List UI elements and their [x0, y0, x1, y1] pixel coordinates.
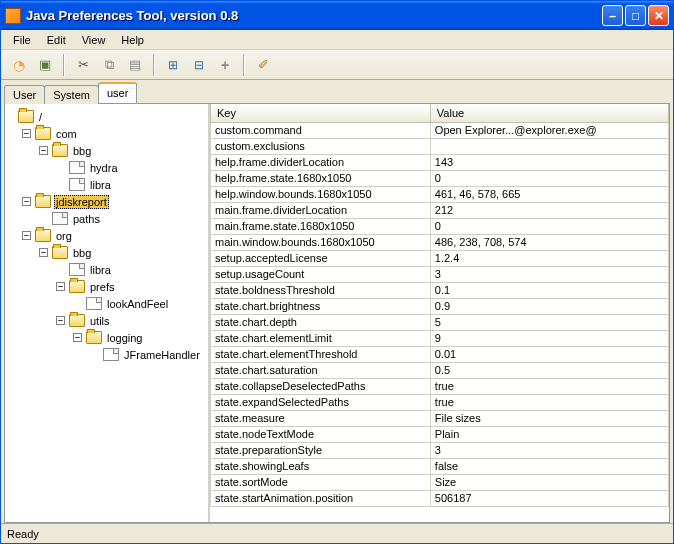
copy-button[interactable]: ⧉	[97, 53, 121, 77]
cell-value[interactable]: File sizes	[430, 410, 668, 426]
cell-value[interactable]: 506187	[430, 490, 668, 506]
save-button[interactable]: ▣	[33, 53, 57, 77]
tab-user-lower[interactable]: user	[98, 82, 137, 103]
cell-key[interactable]: main.frame.state.1680x1050	[211, 218, 431, 234]
table-row[interactable]: state.collapseDeselectedPathstrue	[211, 378, 669, 394]
table-row[interactable]: help.window.bounds.1680x1050461, 46, 578…	[211, 186, 669, 202]
cell-value[interactable]: 3	[430, 442, 668, 458]
cell-key[interactable]: state.collapseDeselectedPaths	[211, 378, 431, 394]
minimize-button[interactable]: –	[602, 5, 623, 26]
table-row[interactable]: state.chart.saturation0.5	[211, 362, 669, 378]
tree-node-lookandfeel[interactable]: lookAndFeel	[73, 295, 208, 312]
cell-value[interactable]: Open Explorer...@explorer.exe@	[430, 122, 668, 138]
col-header-key[interactable]: Key	[211, 104, 431, 122]
wand-button[interactable]: ✐	[251, 53, 275, 77]
cell-key[interactable]: state.sortMode	[211, 474, 431, 490]
maximize-button[interactable]: □	[625, 5, 646, 26]
collapse-toggle[interactable]: −	[39, 248, 48, 257]
cell-value[interactable]: Size	[430, 474, 668, 490]
collapse-toggle[interactable]: −	[22, 129, 31, 138]
cell-key[interactable]: state.chart.elementLimit	[211, 330, 431, 346]
table-row[interactable]: custom.exclusions	[211, 138, 669, 154]
cell-key[interactable]: state.preparationStyle	[211, 442, 431, 458]
table-row[interactable]: state.chart.elementThreshold0.01	[211, 346, 669, 362]
titlebar[interactable]: Java Preferences Tool, version 0.8 – □ ✕	[1, 1, 673, 30]
tree-node-org[interactable]: −org	[22, 227, 208, 244]
cell-key[interactable]: custom.exclusions	[211, 138, 431, 154]
collapse-toggle[interactable]: −	[22, 197, 31, 206]
collapse-toggle[interactable]: −	[56, 282, 65, 291]
table-row[interactable]: state.sortModeSize	[211, 474, 669, 490]
cell-key[interactable]: setup.usageCount	[211, 266, 431, 282]
cell-value[interactable]: 461, 46, 578, 665	[430, 186, 668, 202]
cell-key[interactable]: main.frame.dividerLocation	[211, 202, 431, 218]
cell-key[interactable]: setup.acceptedLicense	[211, 250, 431, 266]
expand-button[interactable]: ⊞	[161, 53, 185, 77]
cell-value[interactable]: 0.5	[430, 362, 668, 378]
cell-key[interactable]: custom.command	[211, 122, 431, 138]
new-button[interactable]: ◔	[7, 53, 31, 77]
cell-key[interactable]: main.window.bounds.1680x1050	[211, 234, 431, 250]
cell-key[interactable]: state.expandSelectedPaths	[211, 394, 431, 410]
table-row[interactable]: help.frame.dividerLocation143	[211, 154, 669, 170]
cell-key[interactable]: state.chart.brightness	[211, 298, 431, 314]
paste-button[interactable]: ▤	[123, 53, 147, 77]
cell-key[interactable]: state.startAnimation.position	[211, 490, 431, 506]
cell-value[interactable]: false	[430, 458, 668, 474]
table-row[interactable]: setup.usageCount3	[211, 266, 669, 282]
tree-node-paths[interactable]: paths	[39, 210, 208, 227]
cell-value[interactable]: 0.1	[430, 282, 668, 298]
collapse-button[interactable]: ⊟	[187, 53, 211, 77]
cell-key[interactable]: help.window.bounds.1680x1050	[211, 186, 431, 202]
tree-node-hydra[interactable]: hydra	[56, 159, 208, 176]
tree-node-root[interactable]: /	[5, 108, 208, 125]
collapse-toggle[interactable]: −	[56, 316, 65, 325]
tree-node-org-bbg[interactable]: −bbg	[39, 244, 208, 261]
tree-node-libra[interactable]: libra	[56, 176, 208, 193]
table-row[interactable]: state.chart.brightness0.9	[211, 298, 669, 314]
tree-node-prefs[interactable]: −prefs	[56, 278, 208, 295]
cell-value[interactable]: 0.9	[430, 298, 668, 314]
cell-key[interactable]: help.frame.dividerLocation	[211, 154, 431, 170]
cell-value[interactable]: 212	[430, 202, 668, 218]
cell-key[interactable]: state.showingLeafs	[211, 458, 431, 474]
table-row[interactable]: state.chart.elementLimit9	[211, 330, 669, 346]
cell-value[interactable]: true	[430, 378, 668, 394]
collapse-toggle[interactable]: −	[73, 333, 82, 342]
cell-value[interactable]: 1.2.4	[430, 250, 668, 266]
menu-help[interactable]: Help	[113, 32, 152, 48]
table-row[interactable]: state.measureFile sizes	[211, 410, 669, 426]
table-row[interactable]: main.frame.dividerLocation212	[211, 202, 669, 218]
tab-system[interactable]: System	[44, 85, 99, 104]
cell-value[interactable]: 143	[430, 154, 668, 170]
cell-key[interactable]: state.chart.depth	[211, 314, 431, 330]
table-row[interactable]: setup.acceptedLicense1.2.4	[211, 250, 669, 266]
cell-key[interactable]: state.measure	[211, 410, 431, 426]
table-row[interactable]: custom.commandOpen Explorer...@explorer.…	[211, 122, 669, 138]
cell-value[interactable]: true	[430, 394, 668, 410]
cell-key[interactable]: state.nodeTextMode	[211, 426, 431, 442]
menu-edit[interactable]: Edit	[39, 32, 74, 48]
tree-node-com-bbg[interactable]: −bbg	[39, 142, 208, 159]
cell-value[interactable]: Plain	[430, 426, 668, 442]
menu-file[interactable]: File	[5, 32, 39, 48]
table-row[interactable]: state.boldnessThreshold0.1	[211, 282, 669, 298]
tab-user-cap[interactable]: User	[4, 85, 45, 104]
tree-node-utils[interactable]: −utils	[56, 312, 208, 329]
cell-value[interactable]: 0.01	[430, 346, 668, 362]
cell-key[interactable]: help.frame.state.1680x1050	[211, 170, 431, 186]
cell-key[interactable]: state.boldnessThreshold	[211, 282, 431, 298]
cell-key[interactable]: state.chart.elementThreshold	[211, 346, 431, 362]
table-row[interactable]: state.chart.depth5	[211, 314, 669, 330]
table-row[interactable]: state.expandSelectedPathstrue	[211, 394, 669, 410]
tree-node-com[interactable]: −com	[22, 125, 208, 142]
table-row[interactable]: main.frame.state.1680x10500	[211, 218, 669, 234]
cell-value[interactable]: 5	[430, 314, 668, 330]
tree-node-jframehandler[interactable]: JFrameHandler	[90, 346, 208, 363]
collapse-toggle[interactable]: −	[39, 146, 48, 155]
table-row[interactable]: state.nodeTextModePlain	[211, 426, 669, 442]
tree-node-logging[interactable]: −logging	[73, 329, 208, 346]
col-header-value[interactable]: Value	[430, 104, 668, 122]
tree-node-org-libra[interactable]: libra	[56, 261, 208, 278]
cell-value[interactable]: 9	[430, 330, 668, 346]
